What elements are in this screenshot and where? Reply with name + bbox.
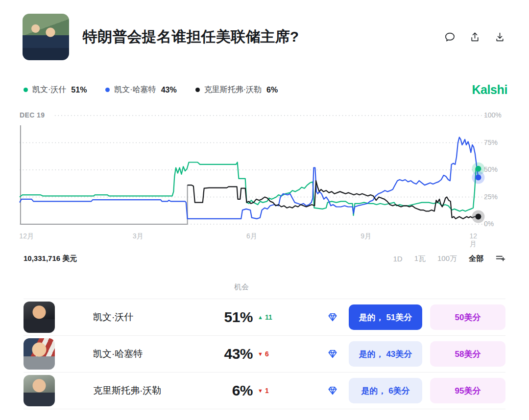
change-value: 6 [265,350,269,358]
range-1m[interactable]: 100万 [437,254,457,263]
table-row: 克里斯托弗·沃勒 6% ▼ 1 是的， 6美分 95美分 [24,373,505,409]
header-actions [444,31,505,43]
event-date-label: DEC 19 [20,111,49,119]
table-header: 机会 [24,277,505,299]
range-all[interactable]: 全部 [469,254,483,263]
range-selector: 1D 1瓦 100万 全部 [393,254,505,264]
legend-item-waller[interactable]: 克里斯托弗·沃勒 6% [195,85,278,95]
legend-dot-blue [105,88,110,92]
kalshi-logo: Kalshi [472,83,507,97]
range-1d[interactable]: 1D [393,255,402,263]
legend-row: 凯文·沃什 51% 凯文·哈塞特 43% 克里斯托弗·沃勒 6% Kalshi [0,83,529,97]
volume-label: 10,331,716 美元 [24,254,77,263]
table-row: 凯文·沃什 51% ▲ 11 是的， 51美分 50美分 [24,299,505,336]
no-button[interactable]: 58美分 [430,341,505,367]
legend-label: 凯文·沃什 [32,85,66,95]
legend-label: 凯文·哈塞特 [114,85,156,95]
market-avatar [23,14,69,60]
legend-dot-green [24,88,28,92]
outcome-name: 凯文·哈塞特 [93,348,200,360]
chance-change: ▲ 11 [258,313,294,321]
change-arrow-icon: ▲ [258,314,263,320]
outcome-avatar [24,338,55,370]
comment-icon[interactable] [444,31,456,43]
legend-value: 43% [161,86,177,94]
chance-change: ▼ 6 [258,350,294,358]
change-value: 1 [265,387,269,395]
chart-legend: 凯文·沃什 51% 凯文·哈塞特 43% 克里斯托弗·沃勒 6% [24,85,472,95]
outcome-avatar [24,375,55,406]
gem-icon[interactable] [326,349,339,359]
yes-button[interactable]: 是的， 6美分 [349,378,422,403]
gem-icon[interactable] [326,385,339,396]
chance-column-header: 机会 [234,282,249,291]
chart-plot[interactable]: DEC 19 100%75%50%25%0% [20,116,482,224]
market-page: 特朗普会提名谁担任美联储主席? 凯文·沃什 [0,0,529,420]
chance-percent: 6% [200,382,253,399]
legend-dot-black [195,88,200,92]
chance-percent: 43% [200,346,253,362]
share-icon[interactable] [469,31,481,43]
chance-percent: 51% [200,309,253,326]
chance-cell: 51% ▲ 11 [200,309,294,326]
change-value: 11 [265,313,272,321]
change-arrow-icon: ▼ [258,388,263,394]
legend-item-hassett[interactable]: 凯文·哈塞特 43% [105,85,176,95]
x-axis-labels: 12月3月6月9月12月 [20,232,482,242]
legend-value: 6% [266,86,278,94]
no-button[interactable]: 50美分 [430,304,505,330]
chance-change: ▼ 1 [258,387,294,395]
yes-button[interactable]: 是的， 51美分 [349,304,422,330]
legend-value: 51% [71,86,87,94]
price-chart[interactable]: DEC 19 100%75%50%25%0% 12月3月6月9月12月 [20,116,511,242]
range-1w[interactable]: 1瓦 [414,254,426,263]
market-header: 特朗普会提名谁担任美联储主席? [0,0,529,60]
outcomes-table: 机会 凯文·沃什 51% ▲ 11 是的， 51美分 50美分 凯文·哈塞 [24,277,505,409]
legend-item-warsh[interactable]: 凯文·沃什 51% [24,85,87,95]
outcome-avatar [24,302,55,333]
chance-cell: 43% ▼ 6 [200,346,294,362]
change-arrow-icon: ▼ [258,351,263,357]
yes-button[interactable]: 是的， 43美分 [349,341,422,367]
gem-icon[interactable] [326,312,339,323]
chart-canvas [20,116,482,224]
outcome-name: 克里斯托弗·沃勒 [93,384,200,397]
legend-label: 克里斯托弗·沃勒 [204,85,262,95]
stats-bar: 10,331,716 美元 1D 1瓦 100万 全部 [24,254,505,264]
outcome-name: 凯文·沃什 [93,311,200,324]
chance-cell: 6% ▼ 1 [200,382,294,399]
download-icon[interactable] [494,31,505,43]
no-button[interactable]: 95美分 [430,378,505,403]
list-plus-icon[interactable] [495,254,505,264]
table-row: 凯文·哈塞特 43% ▼ 6 是的， 43美分 58美分 [24,336,505,373]
market-title: 特朗普会提名谁担任美联储主席? [83,27,444,47]
